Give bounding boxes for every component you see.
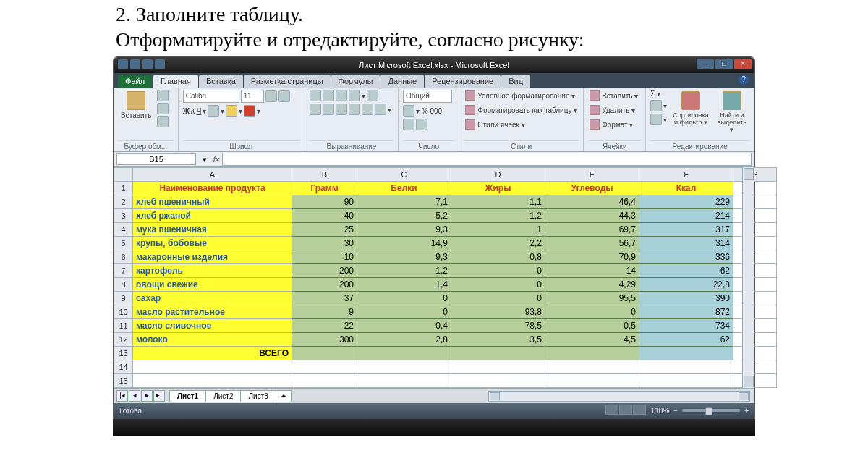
fx-icon[interactable]: fx [210, 155, 222, 164]
cell[interactable]: 93,8 [451, 305, 545, 319]
row-header[interactable]: 3 [114, 209, 133, 223]
cell[interactable]: 2,8 [357, 333, 451, 347]
cell[interactable] [357, 347, 451, 360]
sort-filter-button[interactable]: Сортировка и фильтр ▾ [670, 90, 711, 127]
cell[interactable]: 9,3 [357, 223, 451, 237]
row-header[interactable]: 14 [114, 360, 133, 374]
vertical-scrollbar[interactable] [742, 167, 754, 388]
format-painter-icon[interactable] [157, 116, 169, 127]
quick-access-toolbar[interactable] [118, 59, 165, 69]
cell[interactable]: Грамм [292, 182, 357, 195]
row-header[interactable]: 10 [114, 305, 133, 319]
title-bar[interactable]: Лист Microsoft Excel.xlsx - Microsoft Ex… [114, 57, 754, 73]
new-sheet-icon[interactable]: ✦ [276, 390, 292, 402]
cell[interactable]: 78,5 [451, 319, 545, 333]
cell-product-name[interactable]: картофель [133, 264, 292, 278]
worksheet-grid[interactable]: A B C D E F G 1 Наименование продукта Гр… [114, 167, 754, 388]
merge-icon[interactable] [375, 104, 386, 115]
inc-decimal-icon[interactable] [403, 119, 414, 130]
row-header[interactable]: 4 [114, 223, 133, 237]
align-top-icon[interactable] [310, 90, 321, 101]
select-all-corner[interactable] [114, 168, 133, 182]
cell[interactable] [733, 182, 777, 195]
paste-button[interactable]: Вставить [118, 90, 154, 121]
align-middle-icon[interactable] [323, 90, 334, 101]
clear-icon[interactable] [650, 114, 662, 125]
name-box[interactable]: B15 [116, 153, 196, 165]
cell[interactable]: Жиры [451, 182, 545, 195]
cell[interactable]: 0 [451, 278, 545, 292]
row-header[interactable]: 2 [114, 195, 133, 209]
cancel-icon[interactable]: ▾ [199, 155, 210, 164]
tab-page-layout[interactable]: Разметка страницы [244, 75, 331, 88]
cell[interactable]: 0 [545, 305, 639, 319]
cell[interactable] [545, 347, 639, 360]
cell[interactable] [733, 278, 777, 292]
tab-formulas[interactable]: Формулы [331, 75, 380, 88]
file-tab[interactable]: Файл [118, 75, 152, 88]
col-header-F[interactable]: F [639, 168, 733, 182]
cell[interactable]: 300 [292, 333, 357, 347]
align-center-icon[interactable] [323, 104, 334, 115]
cell[interactable]: 0,4 [357, 319, 451, 333]
horizontal-scrollbar[interactable] [488, 391, 750, 402]
cell[interactable]: 872 [639, 305, 733, 319]
indent-inc-icon[interactable] [362, 104, 373, 115]
cell[interactable]: 14,9 [357, 237, 451, 250]
col-header-D[interactable]: D [451, 168, 545, 182]
next-sheet-icon[interactable]: ▸ [141, 390, 153, 402]
bold-button[interactable]: Ж [183, 107, 190, 115]
cell[interactable]: 317 [639, 223, 733, 237]
cell[interactable] [733, 305, 777, 319]
cell[interactable]: 9,3 [357, 250, 451, 264]
tab-view[interactable]: Вид [501, 75, 530, 88]
cell-product-name[interactable]: масло сливочное [133, 319, 292, 333]
cell[interactable] [639, 347, 733, 360]
cell-product-name[interactable]: хлеб ржаной [133, 209, 292, 223]
cell[interactable]: 3,5 [451, 333, 545, 347]
cell[interactable]: 314 [639, 237, 733, 250]
cell[interactable]: 0,5 [545, 319, 639, 333]
font-color-icon[interactable] [244, 105, 255, 117]
cell[interactable] [292, 347, 357, 360]
cell[interactable] [733, 250, 777, 264]
cell[interactable] [733, 292, 777, 305]
row-header[interactable]: 15 [114, 374, 133, 388]
cell-product-name[interactable]: сахар [133, 292, 292, 305]
dec-decimal-icon[interactable] [416, 119, 427, 130]
cell[interactable] [733, 209, 777, 223]
align-bottom-icon[interactable] [336, 90, 347, 101]
zoom-out-button[interactable]: − [673, 407, 678, 415]
cell[interactable]: 0 [357, 292, 451, 305]
row-header[interactable]: 13 [114, 347, 133, 360]
cell[interactable] [733, 237, 777, 250]
redo-icon[interactable] [155, 59, 165, 69]
view-buttons[interactable] [605, 405, 647, 416]
cell[interactable]: 1,1 [451, 195, 545, 209]
wrap-text-icon[interactable] [367, 90, 378, 101]
help-icon[interactable]: ? [739, 75, 749, 85]
col-header-B[interactable]: B [292, 168, 357, 182]
col-header-C[interactable]: C [357, 168, 451, 182]
col-header-G[interactable]: G [733, 168, 777, 182]
indent-dec-icon[interactable] [349, 104, 360, 115]
row-header[interactable]: 1 [114, 182, 133, 195]
cell-product-name[interactable]: масло растительное [133, 305, 292, 319]
fill-color-icon[interactable] [226, 105, 237, 117]
cell[interactable]: 390 [639, 292, 733, 305]
cell[interactable]: 22 [292, 319, 357, 333]
cell[interactable]: 25 [292, 223, 357, 237]
cell[interactable]: 7,1 [357, 195, 451, 209]
cell[interactable]: 1,4 [357, 278, 451, 292]
cell[interactable]: Углеводы [545, 182, 639, 195]
font-name-box[interactable]: Calibri [183, 90, 239, 103]
formula-bar[interactable] [222, 153, 752, 166]
col-header-E[interactable]: E [545, 168, 639, 182]
tab-home[interactable]: Главная [153, 75, 198, 88]
maximize-button[interactable]: □ [715, 59, 733, 69]
cell[interactable]: 4,29 [545, 278, 639, 292]
zoom-in-button[interactable]: + [744, 407, 749, 415]
cell[interactable]: 5,2 [357, 209, 451, 223]
col-header-A[interactable]: A [133, 168, 292, 182]
cell-product-name[interactable]: молоко [133, 333, 292, 347]
